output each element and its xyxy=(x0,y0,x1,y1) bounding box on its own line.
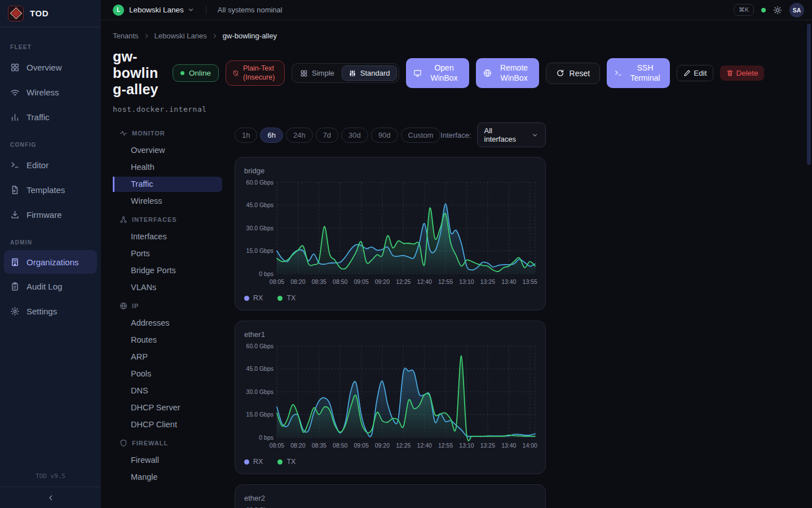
sidebar-item-organizations[interactable]: Organizations xyxy=(4,250,97,274)
mode-standard-label: Standard xyxy=(360,69,390,77)
range-pill-24h[interactable]: 24h xyxy=(286,128,313,143)
svg-text:13:10: 13:10 xyxy=(459,442,474,449)
device-nav-section-ip: IP xyxy=(113,297,222,314)
network-icon xyxy=(120,216,127,224)
sidebar-item-wireless[interactable]: Wireless xyxy=(0,80,101,104)
sidebar-item-audit-log[interactable]: Audit Log xyxy=(0,274,101,299)
device-nav-section-label: FIREWALL xyxy=(132,440,168,446)
topbar-divider xyxy=(206,6,206,15)
device-nav-item-wireless[interactable]: Wireless xyxy=(113,194,222,209)
sidebar-item-editor[interactable]: Editor xyxy=(0,152,101,177)
device-nav-item-mangle[interactable]: Mangle xyxy=(113,470,222,485)
open-winbox-label: Open WinBox xyxy=(427,63,462,83)
svg-text:13:25: 13:25 xyxy=(480,278,495,285)
tenant-avatar: L xyxy=(113,5,124,16)
device-nav-item-addresses[interactable]: Addresses xyxy=(113,316,222,331)
range-pill-1h[interactable]: 1h xyxy=(235,128,257,143)
svg-text:12:55: 12:55 xyxy=(438,442,453,449)
open-winbox-button[interactable]: Open WinBox xyxy=(406,58,469,88)
range-pill-90d[interactable]: 90d xyxy=(371,128,398,143)
range-pill-30d[interactable]: 30d xyxy=(341,128,368,143)
sidebar-item-settings[interactable]: Settings xyxy=(0,299,101,323)
svg-text:14:00: 14:00 xyxy=(523,442,537,449)
file-icon xyxy=(10,185,20,195)
ssh-terminal-button[interactable]: SSH Terminal xyxy=(607,58,670,88)
sidebar-item-overview[interactable]: Overview xyxy=(0,55,101,80)
tenant-switcher[interactable]: Lebowski Lanes xyxy=(129,6,184,14)
chevron-down-icon[interactable] xyxy=(187,6,195,14)
device-nav-item-health[interactable]: Health xyxy=(113,160,222,175)
traffic-chart-bridge: bridge60.0 Gbps45.0 Gbps30.0 Gbps15.0 Gb… xyxy=(235,157,546,310)
sidebar-item-label: Settings xyxy=(27,306,57,316)
svg-text:08:35: 08:35 xyxy=(312,442,326,449)
traffic-chart-ether1: ether160.0 Gbps45.0 Gbps30.0 Gbps15.0 Gb… xyxy=(235,321,546,474)
device-nav-item-arp[interactable]: ARP xyxy=(113,349,222,365)
remote-winbox-button[interactable]: Remote WinBox xyxy=(476,58,539,88)
svg-text:45.0 Gbps: 45.0 Gbps xyxy=(246,202,273,208)
shield-off-icon xyxy=(232,70,239,77)
legend-tx: TX xyxy=(277,458,295,466)
interface-select-value: All interfaces xyxy=(484,126,526,143)
svg-text:08:50: 08:50 xyxy=(333,278,347,285)
sidebar-item-traffic[interactable]: Traffic xyxy=(0,104,101,129)
device-nav-item-routes[interactable]: Routes xyxy=(113,332,222,348)
chart-legend: RXTX xyxy=(244,458,536,466)
sliders-icon xyxy=(348,69,356,77)
sidebar-section-label: CONFIG xyxy=(0,129,101,152)
sidebar-item-templates[interactable]: Templates xyxy=(0,177,101,202)
svg-text:30.0 Gbps: 30.0 Gbps xyxy=(246,225,273,231)
page-title: gw-bowling-alley xyxy=(113,49,166,98)
device-nav-item-dns[interactable]: DNS xyxy=(113,383,222,398)
delete-button[interactable]: Delete xyxy=(720,65,764,81)
device-nav-item-pools[interactable]: Pools xyxy=(113,366,222,382)
edit-button[interactable]: Edit xyxy=(677,65,713,81)
reset-button[interactable]: Reset xyxy=(546,63,601,84)
sidebar-item-label: Firmware xyxy=(27,210,62,220)
legend-dot-icon xyxy=(277,296,283,301)
svg-text:08:05: 08:05 xyxy=(270,278,284,285)
scrollbar-thumb[interactable] xyxy=(807,24,811,165)
device-nav-section-monitor: MONITOR xyxy=(113,125,222,141)
chart-controls: 1h6h24h7d30d90dCustom Interface: All int… xyxy=(235,122,546,147)
sidebar-section-label: FLEET xyxy=(0,32,101,55)
reset-label: Reset xyxy=(570,69,590,78)
device-nav-item-firewall[interactable]: Firewall xyxy=(113,453,222,468)
device-nav-item-traffic[interactable]: Traffic xyxy=(113,177,222,192)
sidebar-item-firmware[interactable]: Firmware xyxy=(0,202,101,227)
gear-icon xyxy=(10,306,20,316)
shield-icon xyxy=(120,439,127,447)
interface-select[interactable]: All interfaces xyxy=(477,122,546,147)
breadcrumb-tenant[interactable]: Lebowski Lanes xyxy=(155,32,207,40)
device-nav-item-overview[interactable]: Overview xyxy=(113,143,222,158)
device-nav-item-bridge-ports[interactable]: Bridge Ports xyxy=(113,263,222,278)
range-pill-7d[interactable]: 7d xyxy=(316,128,338,143)
device-nav-item-ports[interactable]: Ports xyxy=(113,246,222,261)
breadcrumb-tenants[interactable]: Tenants xyxy=(113,32,139,40)
monitor-icon xyxy=(413,69,422,77)
command-palette-button[interactable]: ⌘K xyxy=(734,4,754,16)
device-nav-item-dhcp-server[interactable]: DHCP Server xyxy=(113,400,222,415)
device-nav-item-dhcp-client[interactable]: DHCP Client xyxy=(113,417,222,432)
mode-simple-option[interactable]: Simple xyxy=(294,66,341,80)
legend-tx: TX xyxy=(277,294,295,302)
chart-title: ether1 xyxy=(244,330,536,339)
sidebar-collapse-button[interactable] xyxy=(0,487,101,508)
svg-text:09:05: 09:05 xyxy=(354,278,368,285)
svg-text:13:25: 13:25 xyxy=(480,442,495,449)
sun-icon[interactable] xyxy=(773,6,782,15)
range-pill-custom[interactable]: Custom xyxy=(401,128,441,143)
mode-standard-option[interactable]: Standard xyxy=(342,65,397,81)
device-nav-item-interfaces[interactable]: Interfaces xyxy=(113,229,222,244)
app-name: TOD xyxy=(30,8,48,18)
range-pill-6h[interactable]: 6h xyxy=(260,128,283,143)
app-sidebar: TOD FLEETOverviewWirelessTrafficCONFIGEd… xyxy=(0,0,101,508)
user-avatar[interactable]: SA xyxy=(789,3,804,17)
device-nav-section-label: INTERFACES xyxy=(132,216,177,223)
device-nav-item-vlans[interactable]: VLANs xyxy=(113,280,222,295)
app-version: TOD v9.5 xyxy=(0,467,101,487)
app-logo-icon xyxy=(8,6,24,21)
grid-icon xyxy=(10,63,20,72)
view-mode-toggle: Simple Standard xyxy=(292,63,399,83)
svg-text:09:20: 09:20 xyxy=(375,442,390,449)
chevron-down-icon xyxy=(531,132,539,139)
